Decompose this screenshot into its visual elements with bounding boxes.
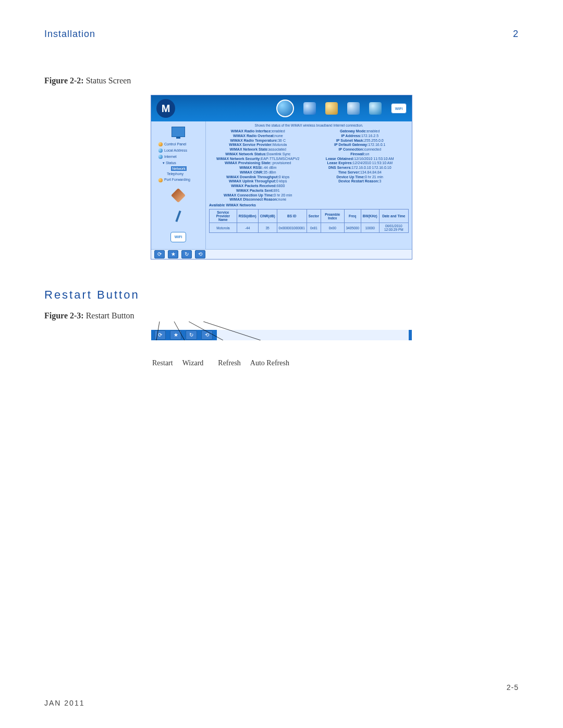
- table-cell: 0x81: [307, 223, 321, 233]
- motorola-logo-icon: M: [156, 99, 175, 118]
- nav-port-forwarding[interactable]: Port Forwarding: [153, 177, 203, 183]
- bottom-toolbar: ⟳ ★ ↻ ⟲: [151, 249, 412, 259]
- stat-row: Time Server:134.84.84.84: [311, 170, 409, 175]
- stat-row: WiMAX RSSI:-44 dBm: [209, 166, 307, 170]
- wizard-button[interactable]: ★: [168, 250, 178, 258]
- stat-row: Gateway Mode:enabled: [311, 129, 409, 134]
- stat-row: Lease Obtained:12/16/2010 11:53:10 AM: [311, 157, 409, 162]
- stat-row: WiMAX Network Security:EAP-TTLS/MSCHAPV2: [209, 157, 307, 162]
- stat-row: Firewall:on: [311, 152, 409, 157]
- pen-icon: [175, 211, 181, 222]
- available-networks-label: Available WiMAX Networks: [209, 203, 409, 207]
- stat-row: WiMAX CINR:35 dBm: [209, 170, 307, 175]
- restart-button-figure: ⟳ ★ ↻ ⟲ Restart Wizard Refresh Auto Refr…: [151, 330, 412, 367]
- stat-row: Lease Expires:12/24/2010 11:53:10 AM: [311, 161, 409, 166]
- figure-2-3-caption: Figure 2-3: Restart Button: [44, 311, 519, 320]
- status-screen-figure: M WiFi Control Panel Local Address Inter…: [151, 95, 412, 260]
- stat-row: IP Default Gateway:172.16.0.1: [311, 143, 409, 147]
- stat-row: WiMAX Network Status:Downlink Sync: [209, 152, 307, 157]
- nav-local-address[interactable]: Local Address: [153, 147, 203, 154]
- restart-button[interactable]: ⟳: [154, 250, 165, 258]
- table-header: BS ID: [277, 209, 307, 223]
- stat-row: WiMAX Radio Overheat:none: [209, 134, 307, 139]
- figure-2-2-label: Figure 2-2:: [44, 76, 84, 85]
- table-cell: 10000: [361, 223, 379, 233]
- page-number: 2-5: [507, 683, 519, 692]
- label-restart: Restart: [152, 359, 173, 367]
- app-banner: M WiFi: [151, 95, 412, 121]
- status-description: Shows the status of the WiMAX wireless b…: [209, 124, 409, 127]
- stat-row: WiMAX Network State:associated: [209, 147, 307, 152]
- signal-icon: [303, 102, 316, 115]
- svg-line-1: [174, 322, 185, 340]
- sidebar: Control Panel Local Address Internet ▾ S…: [151, 121, 206, 249]
- table-cell: 3405000: [344, 223, 361, 233]
- left-stats-column: WiMAX Radio Interface:enabledWiMAX Radio…: [209, 129, 307, 202]
- table-data-row: Motorola-44350x0000010000810x810x0034050…: [210, 223, 409, 233]
- table-cell: 06/01/2010 12:00:29 PM: [379, 223, 408, 233]
- table-header: CINR(dB): [258, 209, 277, 223]
- table-header: Sector: [307, 209, 321, 223]
- nav-internet[interactable]: Internet: [153, 154, 203, 160]
- refresh-button[interactable]: ↻: [181, 250, 192, 258]
- nav-telephony[interactable]: Telephony: [153, 171, 203, 177]
- label-wizard: Wizard: [182, 359, 204, 367]
- footer-date: JAN 2011: [44, 699, 84, 707]
- stat-row: WiMAX Provisioning State: provisioned: [209, 161, 307, 166]
- stat-row: WiMAX Connection Up Time:0 hr 20 min: [209, 193, 307, 198]
- table-header: BW(KHz): [361, 209, 379, 223]
- stat-row: WiMAX Packets Sent:891: [209, 189, 307, 193]
- stat-row: WiMAX Radio Interface:enabled: [209, 129, 307, 134]
- computer-icon: [347, 102, 360, 115]
- label-refresh: Refresh: [218, 359, 241, 367]
- stat-row: IP Address:172.16.2.5: [311, 134, 409, 139]
- svg-line-3: [203, 322, 261, 340]
- stat-row: Device Up Time:0 hr 21 min: [311, 175, 409, 180]
- auto-refresh-button[interactable]: ⟲: [195, 250, 205, 258]
- figure-2-2-title: Status Screen: [86, 76, 131, 85]
- table-cell: 0x00: [321, 223, 344, 233]
- nav-control-panel[interactable]: Control Panel: [153, 141, 203, 147]
- table-header-row: Service Provider NameRSSI(dBm)CINR(dB)BS…: [210, 209, 409, 223]
- nav-network-active[interactable]: Network: [171, 166, 187, 171]
- monitor-icon: [172, 127, 185, 137]
- stat-row: WiMAX Service Provider:Motorola: [209, 143, 307, 147]
- svg-line-0: [156, 322, 160, 340]
- right-stats-column: Gateway Mode:enabledIP Address:172.16.2.…: [311, 129, 409, 202]
- stat-row: WiMAX Packets Received:6800: [209, 184, 307, 189]
- table-cell: -44: [237, 223, 258, 233]
- table-header: Freq: [344, 209, 361, 223]
- network-icon: [369, 102, 382, 115]
- stat-row: WiMAX Downlink Throughput:0 kbps: [209, 175, 307, 180]
- callout-labels: Restart Wizard Refresh Auto Refresh: [151, 359, 412, 367]
- table-header: Service Provider Name: [210, 209, 237, 223]
- table-header: Preamble Index: [321, 209, 344, 223]
- stat-row: Device Restart Reason:3: [311, 179, 409, 184]
- globe-icon: [276, 100, 294, 117]
- main-panel: Shows the status of the WiMAX wireless b…: [206, 121, 412, 249]
- wifi-badge-icon: WiFi: [170, 232, 186, 242]
- stat-row: WiMAX Radio Temperature:36 C: [209, 139, 307, 143]
- callout-lines: [151, 322, 412, 340]
- stat-row: DNS Servers:172.16.0.10 172.16.0.10: [311, 166, 409, 170]
- wrench-icon: [171, 188, 186, 202]
- restart-section-title: Restart Button: [44, 288, 519, 302]
- page-header: Installation 2: [44, 29, 519, 40]
- svg-line-2: [189, 322, 223, 340]
- table-cell: 35: [258, 223, 277, 233]
- table-header: RSSI(dBm): [237, 209, 258, 223]
- table-cell: Motorola: [210, 223, 237, 233]
- stat-row: IP Subnet Mask:255.255.0.0: [311, 139, 409, 143]
- label-auto-refresh: Auto Refresh: [250, 359, 289, 367]
- figure-2-3-title: Restart Button: [86, 311, 134, 320]
- nav-status[interactable]: ▾ Status: [153, 160, 203, 166]
- header-section: Installation: [44, 29, 95, 40]
- stat-row: WiMAX Disconnect Reason:none: [209, 198, 307, 202]
- table-header: Date and Time: [379, 209, 408, 223]
- wireless-icon: [325, 102, 338, 115]
- wifi-icon: WiFi: [391, 103, 407, 114]
- header-chapter: 2: [513, 29, 519, 40]
- table-cell: 0x000001000081: [277, 223, 307, 233]
- networks-table: Service Provider NameRSSI(dBm)CINR(dB)BS…: [209, 209, 409, 233]
- figure-2-3-label: Figure 2-3:: [44, 311, 84, 320]
